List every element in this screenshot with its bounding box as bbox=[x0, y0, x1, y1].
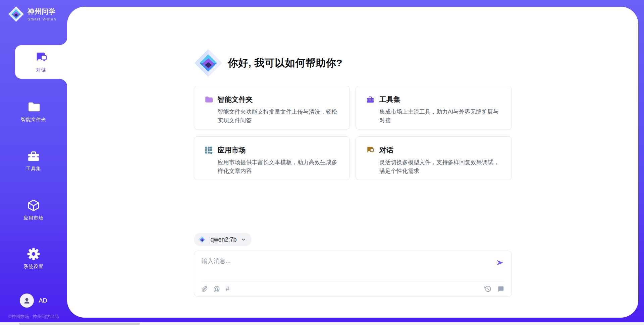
folder-icon bbox=[204, 95, 213, 104]
brand-header: 神州问学 Smart Vision bbox=[8, 6, 56, 22]
chat-square-icon[interactable] bbox=[497, 285, 504, 292]
card-title: 对话 bbox=[379, 145, 393, 155]
card-title: 智能文件夹 bbox=[218, 95, 253, 104]
paperclip-icon[interactable] bbox=[202, 285, 208, 292]
chat-bubbles-icon bbox=[35, 51, 48, 64]
grid-icon bbox=[204, 146, 213, 154]
greeting-text: 你好, 我可以如何帮助你? bbox=[228, 56, 343, 70]
footer-copyright: ©神州数码 · 神州问学出品 bbox=[0, 314, 67, 320]
card-description: 应用市场提供丰富长文本模板，助力高效生成多样化文章内容 bbox=[218, 158, 340, 176]
chevron-down-icon bbox=[241, 237, 246, 242]
send-arrow-icon[interactable] bbox=[495, 258, 504, 267]
sidebar-item-toolset[interactable]: 工具集 bbox=[0, 144, 67, 177]
hash-icon[interactable]: # bbox=[226, 285, 229, 292]
user-profile[interactable]: AD bbox=[0, 294, 67, 308]
card-title: 应用市场 bbox=[218, 145, 246, 155]
card-description: 集成市场上主流工具，助力AI与外界无缝扩展与对接 bbox=[379, 108, 501, 125]
sidebar-item-label: 对话 bbox=[36, 67, 46, 73]
user-name: AD bbox=[39, 297, 47, 304]
sidebar: 神州问学 Smart Vision 对话 智能文件夹 工具集 应用市场 系统设置… bbox=[0, 0, 67, 325]
avatar bbox=[20, 294, 34, 308]
brand-name: 神州问学 bbox=[28, 7, 56, 16]
brand-subtitle: Smart Vision bbox=[28, 17, 56, 21]
cube-icon bbox=[27, 199, 40, 212]
sidebar-item-smart-folder[interactable]: 智能文件夹 bbox=[0, 94, 67, 128]
sidebar-item-label: 工具集 bbox=[26, 166, 41, 172]
sidebar-item-settings[interactable]: 系统设置 bbox=[0, 242, 67, 275]
sidebar-item-label: 系统设置 bbox=[23, 264, 44, 270]
card-description: 智能文件夹功能支持批量文件上传与清洗，轻松实现文件问答 bbox=[218, 108, 340, 125]
sidebar-item-app-market[interactable]: 应用市场 bbox=[0, 193, 67, 226]
person-avatar-icon bbox=[22, 296, 31, 305]
toolbox-icon bbox=[27, 149, 40, 163]
greeting-diamond-logo-icon bbox=[194, 49, 223, 77]
card-chat[interactable]: 对话 灵活切换多模型文件，支持多样回复效果调试，满足个性化需求 bbox=[356, 136, 512, 180]
history-icon[interactable] bbox=[484, 285, 491, 292]
chat-bubbles-icon bbox=[366, 146, 375, 154]
brand-diamond-logo-icon bbox=[8, 6, 24, 22]
diamond-logo-icon bbox=[198, 235, 207, 244]
message-composer: @ # bbox=[194, 251, 512, 297]
gear-icon bbox=[27, 247, 40, 261]
sidebar-item-label: 应用市场 bbox=[23, 215, 44, 221]
card-toolset[interactable]: 工具集 集成市场上主流工具，助力AI与外界无缝扩展与对接 bbox=[356, 86, 512, 129]
tab-fillet-bottom bbox=[59, 79, 67, 87]
toolbox-icon bbox=[366, 95, 375, 104]
message-input[interactable] bbox=[202, 256, 491, 275]
folder-icon bbox=[27, 100, 40, 114]
card-title: 工具集 bbox=[379, 95, 400, 104]
sidebar-item-chat[interactable]: 对话 bbox=[15, 45, 67, 79]
card-description: 灵活切换多模型文件，支持多样回复效果调试，满足个性化需求 bbox=[379, 158, 501, 176]
at-sign-icon[interactable]: @ bbox=[213, 285, 220, 292]
sidebar-item-label: 智能文件夹 bbox=[21, 117, 46, 123]
tab-fillet-top bbox=[59, 37, 67, 45]
scrollbar-thumb[interactable] bbox=[19, 323, 140, 325]
model-selector[interactable]: qwen2:7b bbox=[194, 233, 252, 246]
card-app-market[interactable]: 应用市场 应用市场提供丰富长文本模板，助力高效生成多样化文章内容 bbox=[194, 136, 350, 180]
model-name: qwen2:7b bbox=[211, 236, 237, 243]
card-smart-folder[interactable]: 智能文件夹 智能文件夹功能支持批量文件上传与清洗，轻松实现文件问答 bbox=[194, 86, 350, 129]
greeting-block: 你好, 我可以如何帮助你? bbox=[194, 48, 512, 78]
feature-cards: 智能文件夹 智能文件夹功能支持批量文件上传与清洗，轻松实现文件问答 工具集 集成… bbox=[194, 86, 512, 180]
horizontal-scrollbar[interactable] bbox=[0, 322, 644, 325]
